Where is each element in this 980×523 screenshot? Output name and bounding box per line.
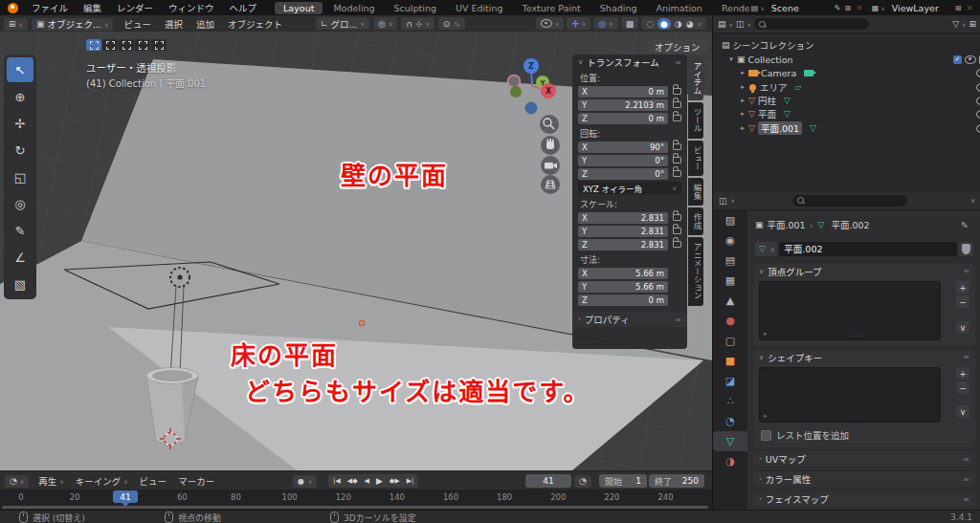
outliner-row[interactable]: ▾▣Collection✓: [713, 53, 980, 66]
new-scene-icon[interactable]: ⊞: [845, 4, 852, 12]
add-cube-tool[interactable]: ▧: [7, 272, 33, 296]
unlock-icon[interactable]: [673, 170, 681, 177]
scene-selector[interactable]: Scene: [771, 3, 829, 13]
eye-icon[interactable]: [976, 97, 980, 105]
viewport-menu-item[interactable]: 選択: [158, 17, 189, 31]
properties-tab-render[interactable]: ◉: [713, 230, 747, 251]
select-set-button[interactable]: [86, 39, 101, 51]
select-box-tool[interactable]: ↖: [7, 57, 33, 82]
annotate-tool[interactable]: ✎: [7, 218, 33, 243]
properties-tab-world[interactable]: ●: [713, 311, 747, 331]
sidebar-tab-1[interactable]: ツール: [688, 102, 703, 139]
datablock-name-input[interactable]: 平面.002: [779, 242, 957, 256]
properties-tab-scene[interactable]: ▲: [713, 291, 747, 311]
rendered-shading-button[interactable]: ◕: [686, 19, 694, 29]
remove-viewlayer-icon[interactable]: ×: [966, 3, 973, 12]
eye-icon[interactable]: [976, 83, 980, 92]
timeline-menu-item[interactable]: 再生∨: [33, 474, 69, 488]
eye-icon[interactable]: [976, 124, 980, 133]
record-button[interactable]: ●: [298, 477, 304, 486]
unlock-icon[interactable]: [673, 115, 681, 121]
solid-shading-button[interactable]: ●: [657, 18, 671, 30]
prev-keyframe-button[interactable]: ◀◆: [345, 477, 361, 485]
next-keyframe-button[interactable]: ◆▶: [387, 477, 403, 485]
overlays-toggle[interactable]: ◎∨: [593, 17, 617, 30]
properties-editor-icon[interactable]: ◫: [719, 196, 727, 206]
navigation-gizmo[interactable]: Z Y X: [508, 58, 557, 115]
outliner-row[interactable]: ▸▽平面▽: [713, 107, 980, 120]
outliner-row[interactable]: ▸Camera: [713, 66, 980, 79]
transform-orientation-dropdown[interactable]: ∟ グロ...∨: [316, 17, 369, 30]
select-extend-button[interactable]: [102, 39, 118, 51]
transform-value-field[interactable]: Z0 m: [578, 294, 668, 306]
workspace-tab-sculpting[interactable]: Sculpting: [386, 2, 445, 14]
gizmos-toggle[interactable]: ✢∨: [567, 17, 590, 30]
transform-tool[interactable]: ◎: [7, 191, 33, 216]
light-wireframe-square[interactable]: [64, 262, 279, 309]
viewport-menu-item[interactable]: 追加: [189, 17, 221, 31]
timeline-editor-type-button[interactable]: ◔∨: [5, 475, 29, 488]
wireframe-shading-button[interactable]: ◌: [646, 19, 654, 29]
current-frame-field[interactable]: 41: [525, 474, 571, 488]
properties-tab-particles[interactable]: ∴: [713, 391, 747, 411]
outliner-item-label[interactable]: 円柱: [758, 94, 776, 107]
transform-value-field[interactable]: X2.831: [578, 212, 668, 224]
object-origin-dot[interactable]: [359, 320, 364, 325]
viewport-3d[interactable]: Z Y X: [0, 32, 712, 470]
frame-end-field[interactable]: 終了250: [649, 474, 704, 488]
properties-tab-output[interactable]: ▤: [713, 251, 747, 271]
outliner-item-label[interactable]: エリア: [760, 80, 788, 94]
frame-start-field[interactable]: 開始1: [599, 474, 647, 488]
rotate-tool[interactable]: ↻: [7, 138, 33, 163]
topbar-menu-item[interactable]: ヘルプ: [222, 1, 265, 14]
properties-search-input[interactable]: [792, 195, 907, 207]
sidebar-tab-4[interactable]: 作成: [688, 207, 703, 235]
unlock-icon[interactable]: [673, 143, 681, 150]
remove-shape-key-button[interactable]: −: [956, 381, 969, 394]
material-shading-button[interactable]: ◑: [675, 19, 682, 29]
sidebar-tab-5[interactable]: アニメーション: [688, 237, 703, 306]
vertex-groups-header[interactable]: ∨頂点グループ≡: [753, 264, 975, 278]
timeline-menu-item[interactable]: マーカー: [172, 474, 220, 488]
unlock-icon[interactable]: [673, 228, 681, 234]
face-maps-panel-header[interactable]: ›フェイスマップ≡: [753, 491, 975, 507]
disclosure-triangle-icon[interactable]: ▸: [738, 69, 747, 76]
timeline-scrollbar[interactable]: [2, 506, 708, 509]
transform-value-field[interactable]: Y5.66 m: [578, 281, 668, 293]
remove-vertex-group-button[interactable]: −: [956, 295, 969, 308]
viewlayer-selector[interactable]: ViewLayer: [892, 3, 949, 13]
outliner-display-mode-icon[interactable]: ▤: [718, 19, 726, 29]
color-attributes-panel-header[interactable]: ›カラー属性≡: [753, 471, 975, 487]
rest-position-checkbox[interactable]: [761, 430, 771, 441]
blender-logo-icon[interactable]: [8, 3, 18, 13]
outliner-item-label[interactable]: 平面: [758, 107, 776, 120]
properties-tab-object-data[interactable]: ▽: [713, 431, 747, 451]
properties-tab-tool[interactable]: ▨: [713, 210, 747, 230]
disclosure-triangle-icon[interactable]: ▸: [738, 83, 747, 91]
properties-tab-physics[interactable]: ◔: [713, 411, 747, 431]
disclosure-triangle-icon[interactable]: ▸: [738, 124, 747, 132]
select-invert-button[interactable]: [135, 39, 150, 51]
outliner-row[interactable]: ▤シーンコレクション: [713, 38, 980, 52]
transform-value-field[interactable]: Y2.831: [578, 226, 668, 237]
breadcrumb-data[interactable]: 平面.002: [831, 218, 869, 231]
outliner-filter-mode-icon[interactable]: ◫: [736, 19, 745, 29]
transform-value-field[interactable]: Y2.2103 m: [578, 99, 668, 111]
transform-value-field[interactable]: X0 m: [578, 86, 668, 98]
shape-key-specials-button[interactable]: ∨: [956, 405, 969, 418]
unlock-icon[interactable]: [673, 101, 681, 108]
eye-icon[interactable]: [965, 55, 976, 64]
disclosure-triangle-icon[interactable]: ▸: [738, 97, 747, 104]
scale-tool[interactable]: ◱: [7, 164, 33, 189]
fake-user-button[interactable]: [959, 242, 973, 256]
unlock-icon[interactable]: [673, 214, 681, 221]
unlock-icon[interactable]: [673, 88, 681, 95]
workspace-tab-uv-editing[interactable]: UV Editing: [447, 2, 512, 14]
keying-set-dropdown[interactable]: ∨: [308, 478, 312, 485]
cursor-tool[interactable]: ⊕: [7, 84, 33, 109]
transform-panel-header[interactable]: ∨トランスフォーム≡: [572, 54, 687, 70]
properties-tab-collection[interactable]: ▢: [713, 331, 747, 351]
unlock-icon[interactable]: [673, 241, 681, 248]
select-subtract-button[interactable]: [119, 39, 134, 51]
outliner-row[interactable]: ▸エリア▱: [713, 80, 980, 94]
